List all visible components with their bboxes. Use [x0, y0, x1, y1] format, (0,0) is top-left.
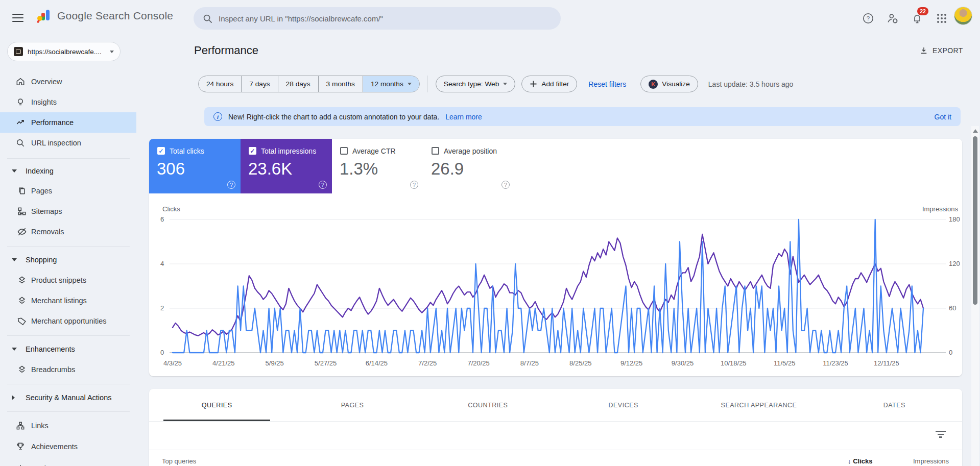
help-circle-icon[interactable]: ? [501, 181, 510, 189]
property-url: https://socialbrewcafe.... [28, 48, 102, 56]
search-type-label: Search type: Web [444, 80, 499, 88]
range-3-months[interactable]: 3 months [319, 76, 363, 92]
got-it-button[interactable]: Got it [935, 113, 951, 121]
column-impressions[interactable]: Impressions [913, 457, 949, 465]
notifications-bell-icon[interactable]: 22 [910, 11, 924, 26]
chevron-expanded-icon [12, 258, 17, 261]
search-console-logo-icon [36, 8, 51, 23]
links-icon [15, 421, 26, 431]
metric-card-average-ctr[interactable]: Average CTR 1.3% ? [332, 139, 423, 193]
checkbox-unchecked-icon[interactable] [432, 147, 439, 155]
learn-more-link[interactable]: Learn more [445, 113, 482, 121]
user-avatar[interactable] [954, 7, 972, 25]
app-logo[interactable]: Google Search Console [36, 8, 173, 23]
lightbulb-icon [15, 97, 26, 107]
divider [7, 384, 130, 384]
search-placeholder: Inspect any URL in "https://socialbrewca… [219, 14, 383, 23]
add-filter-button[interactable]: Add filter [521, 76, 577, 92]
range-24-hours[interactable]: 24 hours [199, 76, 242, 92]
help-circle-icon[interactable]: ? [410, 181, 418, 189]
tab-dates[interactable]: DATES [827, 389, 962, 421]
x-tick-label: 9/12/25 [620, 359, 642, 367]
x-tick-label: 8/7/25 [520, 359, 539, 367]
export-label: EXPORT [933, 46, 963, 55]
chevron-expanded-icon [12, 169, 17, 173]
url-inspect-searchbar[interactable]: Inspect any URL in "https://socialbrewca… [194, 7, 561, 30]
sidebar-item-label: Insights [31, 98, 57, 106]
sidebar-item-product-snippets[interactable]: Product snippets [0, 270, 136, 290]
sidebar-item-merchant-listings[interactable]: Merchant listings [0, 290, 136, 311]
metric-label: Average position [444, 147, 497, 155]
sidebar-section-security-manual-actions[interactable]: Security & Manual Actions [0, 388, 136, 407]
table-row-header: Top queries [162, 457, 196, 465]
performance-chart-panel: ✓ Total clicks 306 ? ✓ Total impressions… [149, 139, 962, 376]
metric-label: Total clicks [170, 147, 204, 155]
range-28-days[interactable]: 28 days [278, 76, 319, 92]
sidebar-item-pages[interactable]: Pages [0, 181, 136, 201]
account-settings-icon[interactable] [886, 11, 900, 26]
sidebar-item-label: Pages [31, 187, 52, 195]
section-label: Indexing [26, 167, 54, 175]
left-axis-title: Clicks [162, 205, 180, 213]
reset-filters-link[interactable]: Reset filters [588, 80, 626, 88]
sidebar-item-overview[interactable]: Overview [0, 71, 136, 92]
sidebar-item-insights[interactable]: Insights [0, 92, 136, 112]
notification-count-badge: 22 [917, 7, 928, 15]
clicks-impressions-line-chart[interactable] [170, 215, 946, 354]
banner-text: New! Right-click the chart to add a cust… [228, 113, 439, 121]
range-7-days[interactable]: 7 days [242, 76, 278, 92]
tab-queries[interactable]: QUERIES [149, 389, 284, 421]
filter-list-icon[interactable] [936, 431, 946, 439]
x-axis-labels: 4/3/254/21/255/9/255/27/256/14/257/2/257… [170, 359, 946, 369]
hamburger-menu-icon[interactable] [12, 14, 23, 22]
visualize-button[interactable]: K Visualize [640, 76, 698, 92]
sidebar-section-indexing[interactable]: Indexing [0, 161, 136, 181]
sidebar-item-achievements[interactable]: Achievements [0, 436, 136, 457]
help-circle-icon[interactable]: ? [319, 181, 327, 189]
checkbox-checked-icon[interactable]: ✓ [249, 147, 256, 155]
help-circle-icon[interactable]: ? [227, 181, 235, 189]
sidebar-item-performance[interactable]: Performance [0, 112, 136, 133]
sidebar-item-settings[interactable]: Settings [0, 458, 136, 466]
tab-countries[interactable]: COUNTRIES [420, 389, 556, 421]
sidebar-item-removals[interactable]: Removals [0, 222, 136, 242]
sort-column-clicks[interactable]: ↓ Clicks [848, 457, 872, 465]
sidebar-item-label: Links [31, 422, 49, 430]
annotation-info-banner: i New! Right-click the chart to add a cu… [204, 107, 961, 126]
x-tick-label: 6/14/25 [366, 359, 388, 367]
checkbox-unchecked-icon[interactable] [340, 147, 348, 155]
scrollbar-up-arrow-icon[interactable] [973, 129, 978, 133]
search-type-dropdown[interactable]: Search type: Web [436, 76, 516, 92]
chevron-down-icon [110, 51, 114, 53]
layers-icon [17, 296, 27, 306]
x-tick-label: 4/21/25 [212, 359, 234, 367]
scrollbar-track[interactable] [971, 126, 979, 466]
tab-search-appearance[interactable]: SEARCH APPEARANCE [691, 389, 826, 421]
sidebar-item-links[interactable]: Links [0, 415, 136, 436]
date-range-group: 24 hours 7 days 28 days 3 months 12 mont… [198, 76, 420, 92]
property-selector[interactable]: https://socialbrewcafe.... [7, 42, 121, 61]
y-tick: 4 [160, 260, 164, 267]
sidebar-section-shopping[interactable]: Shopping [0, 250, 136, 269]
tab-devices[interactable]: DEVICES [556, 389, 691, 421]
metric-card-average-position[interactable]: Average position 26.9 ? [423, 139, 515, 193]
x-tick-label: 4/3/25 [163, 359, 182, 367]
sidebar-section-enhancements[interactable]: Enhancements [0, 339, 136, 359]
sidebar-item-sitemaps[interactable]: Sitemaps [0, 201, 136, 222]
metric-card-total-impressions[interactable]: ✓ Total impressions 23.6K ? [241, 139, 332, 193]
sidebar-item-url-inspection[interactable]: URL inspection [0, 133, 136, 153]
help-icon[interactable]: ? [861, 11, 875, 26]
google-apps-grid-icon[interactable] [935, 11, 949, 26]
checkbox-checked-icon[interactable]: ✓ [157, 147, 165, 155]
scrollbar-thumb[interactable] [973, 136, 977, 305]
metric-card-total-clicks[interactable]: ✓ Total clicks 306 ? [149, 139, 241, 193]
divider [427, 76, 428, 92]
sidebar-item-breadcrumbs[interactable]: Breadcrumbs [0, 359, 136, 380]
range-12-months-selected[interactable]: 12 months [363, 76, 419, 92]
tab-pages[interactable]: PAGES [284, 389, 420, 421]
sidebar-item-merchant-opportunities[interactable]: Merchant opportunities [0, 311, 136, 331]
range-label: 12 months [371, 80, 403, 88]
export-button[interactable]: EXPORT [919, 46, 963, 55]
sidebar-item-label: Achievements [31, 443, 78, 451]
x-tick-label: 11/23/25 [823, 359, 848, 367]
